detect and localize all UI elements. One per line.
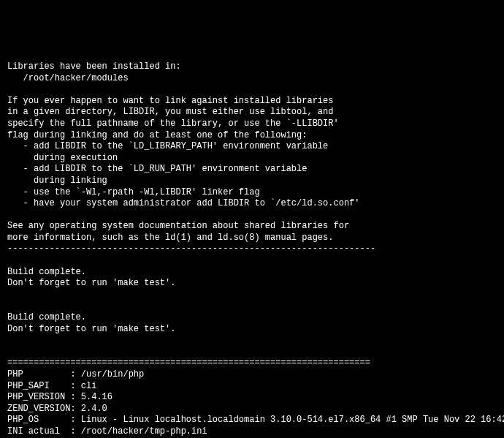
lib-advice: - add LIBDIR to the `LD_RUN_PATH' enviro…	[7, 164, 307, 174]
lib-advice: during linking	[7, 175, 107, 186]
build-maketest: Don't forget to run 'make test'.	[7, 324, 175, 334]
lib-install-path: /root/hacker/modules	[7, 73, 129, 83]
divider-dashes: ----------------------------------------…	[7, 243, 375, 254]
see-docs: more information, such as the ld(1) and …	[7, 233, 333, 243]
lib-advice: specify the full pathname of the library…	[7, 118, 339, 129]
build-maketest: Don't forget to run 'make test'.	[7, 278, 175, 288]
see-docs: See any operating system documentation a…	[7, 221, 349, 231]
build-complete: Build complete.	[7, 267, 86, 277]
lib-advice: If you ever happen to want to link again…	[7, 96, 333, 106]
env-sapi: PHP_SAPI : cli	[7, 381, 96, 391]
terminal-output: Libraries have been installed in: /root/…	[3, 48, 501, 438]
lib-advice: during execution	[7, 153, 118, 163]
lib-advice: flag during linking and do at least one …	[7, 130, 307, 140]
lib-advice: - add LIBDIR to the `LD_LIBRARY_PATH' en…	[7, 141, 328, 151]
lib-install-msg: Libraries have been installed in:	[7, 61, 181, 72]
env-php: PHP : /usr/bin/php	[7, 369, 144, 380]
env-version: PHP_VERSION : 5.4.16	[7, 392, 112, 402]
lib-advice: - have your system administrator add LIB…	[7, 198, 359, 208]
env-zend: ZEND_VERSION: 2.4.0	[7, 404, 107, 414]
divider-equals: ========================================…	[7, 358, 370, 368]
build-complete: Build complete.	[7, 312, 86, 322]
env-ini: INI actual : /root/hacker/tmp-php.ini	[7, 426, 207, 437]
lib-advice: in a given directory, LIBDIR, you must e…	[7, 107, 333, 117]
lib-advice: - use the `-Wl,-rpath -Wl,LIBDIR' linker…	[7, 187, 260, 197]
env-os: PHP_OS : Linux - Linux localhost.localdo…	[7, 415, 504, 425]
